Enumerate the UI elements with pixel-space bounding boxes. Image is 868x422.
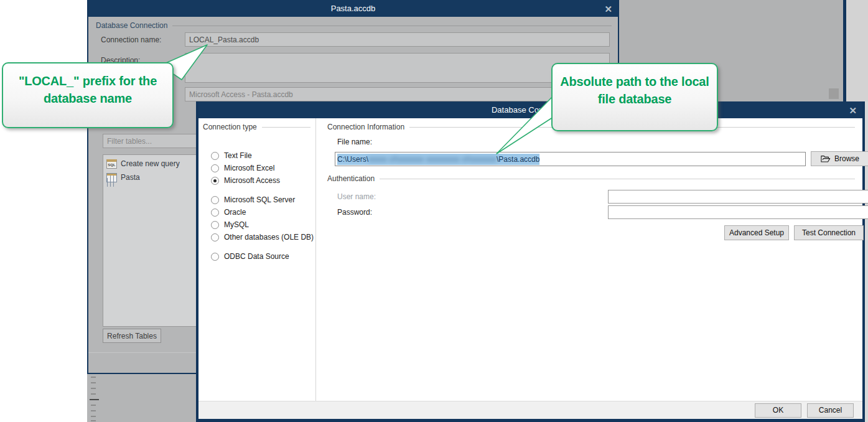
- connection-type-group-header: Connection type: [203, 123, 310, 131]
- password-label: Password:: [337, 208, 372, 217]
- test-connection-label: Test Connection: [802, 228, 856, 237]
- provider-value: Microsoft Access - Pasta.accdb: [189, 90, 293, 99]
- group-rule: [409, 127, 855, 128]
- connection-type-options: Text File Microsoft Excel Microsoft Acce…: [211, 149, 314, 263]
- file-name-label: File name:: [337, 138, 372, 146]
- connection-information-group-header: Connection Information: [327, 123, 855, 131]
- database-connection-dialog: Database Connection ✕ Connection type Te…: [196, 101, 865, 422]
- provider-input[interactable]: Microsoft Access - Pasta.accdb: [185, 87, 552, 101]
- database-connection-group-label: Database Connection: [96, 21, 167, 30]
- dialog-footer: OK Cancel: [198, 401, 862, 419]
- refresh-tables-button[interactable]: Refresh Tables: [103, 329, 161, 343]
- description-input[interactable]: [185, 53, 610, 83]
- connection-information-panel: Connection Information File name: C:\Use…: [316, 118, 862, 401]
- dialog-content: Connection type Text File Microsoft Exce…: [198, 118, 862, 401]
- group-rule: [262, 127, 310, 128]
- dialog-title: Database Connection: [492, 105, 569, 115]
- group-rule: [380, 179, 855, 179]
- dialog-titlebar[interactable]: Database Connection ✕: [198, 101, 862, 118]
- radio-icon[interactable]: [211, 253, 219, 261]
- connection-name-input[interactable]: LOCAL_Pasta.accdb: [185, 32, 610, 47]
- radio-odbc-data-source[interactable]: ODBC Data Source: [211, 250, 314, 263]
- radio-label: Microsoft Excel: [224, 164, 274, 172]
- filter-tables-placeholder: Filter tables...: [107, 137, 152, 146]
- browse-label: Browse: [834, 154, 859, 163]
- ok-label: OK: [773, 406, 783, 415]
- radio-icon[interactable]: [211, 164, 219, 172]
- description-label: Description:: [101, 56, 140, 65]
- radio-icon[interactable]: [211, 152, 219, 160]
- radio-label: ODBC Data Source: [224, 252, 289, 261]
- advanced-setup-button[interactable]: Advanced Setup: [724, 225, 789, 240]
- sql-query-icon: SQL: [106, 159, 117, 169]
- background-dialog-titlebar[interactable]: Pasta.accdb ✕: [88, 0, 618, 17]
- advanced-setup-label: Advanced Setup: [729, 228, 784, 237]
- radio-other-databases-oledb[interactable]: Other databases (OLE DB): [211, 231, 314, 243]
- connection-name-value: LOCAL_Pasta.accdb: [189, 35, 259, 44]
- vertical-ruler: [90, 375, 100, 421]
- radio-icon[interactable]: [211, 209, 219, 217]
- radio-oracle[interactable]: Oracle: [211, 206, 314, 218]
- connection-name-label: Connection name:: [101, 35, 161, 44]
- authentication-group-label: Authentication: [327, 174, 375, 183]
- radio-label: Microsoft SQL Server: [224, 195, 295, 204]
- user-name-label: User name:: [337, 192, 376, 201]
- close-icon[interactable]: ✕: [849, 105, 857, 115]
- radio-icon[interactable]: [211, 196, 219, 204]
- background-dialog-title: Pasta.accdb: [331, 4, 376, 13]
- file-path-redacted: xxxxx xXxxxxxxx xxxxxxxxx xXxxxxxxx: [368, 155, 497, 164]
- radio-icon[interactable]: [211, 233, 219, 241]
- group-rule: [172, 26, 612, 26]
- user-name-input[interactable]: [608, 190, 868, 204]
- cancel-button[interactable]: Cancel: [807, 403, 854, 418]
- radio-label: Oracle: [224, 208, 246, 217]
- radio-mysql[interactable]: MySQL: [211, 218, 314, 231]
- app-window-edge: [846, 0, 868, 101]
- list-item-label: Create new query: [121, 159, 180, 168]
- radio-label: Text File: [224, 151, 252, 160]
- authentication-group-header: Authentication: [327, 174, 855, 183]
- test-connection-button[interactable]: Test Connection: [794, 225, 864, 240]
- radio-label: Other databases (OLE DB): [224, 233, 314, 241]
- radio-text-file[interactable]: Text File: [211, 149, 314, 162]
- radio-microsoft-access[interactable]: Microsoft Access: [211, 174, 314, 187]
- connection-information-group-label: Connection Information: [327, 123, 404, 131]
- browse-button[interactable]: Browse: [811, 151, 868, 166]
- scrollbar-thumb[interactable]: [829, 88, 839, 99]
- app-background-panel: [619, 0, 843, 101]
- app-window-edge-right: [865, 101, 868, 422]
- cancel-label: Cancel: [819, 406, 842, 415]
- connection-type-group-label: Connection type: [203, 123, 257, 131]
- file-name-input[interactable]: C:\Users\xxxxx xXxxxxxxx xxxxxxxxx xXxxx…: [335, 152, 806, 166]
- table-icon: [106, 173, 117, 182]
- radio-microsoft-excel[interactable]: Microsoft Excel: [211, 162, 314, 174]
- folder-icon: [821, 155, 831, 163]
- file-path-selected-text: C:\Users\xxxxx xXxxxxxxx xxxxxxxxx xXxxx…: [337, 154, 539, 165]
- application-window: Pasta.accdb ✕ Database Connection Connec…: [0, 0, 868, 422]
- close-icon[interactable]: ✕: [604, 4, 612, 13]
- radio-label: Microsoft Access: [224, 176, 280, 185]
- database-connection-group-header: Database Connection: [96, 21, 612, 30]
- radio-icon[interactable]: [211, 221, 219, 229]
- list-item-label: Pasta: [121, 173, 140, 182]
- radio-icon[interactable]: [211, 177, 219, 185]
- radio-label: MySQL: [224, 220, 249, 229]
- radio-microsoft-sql-server[interactable]: Microsoft SQL Server: [211, 194, 314, 206]
- ok-button[interactable]: OK: [755, 403, 801, 418]
- refresh-tables-label: Refresh Tables: [107, 332, 157, 340]
- password-input[interactable]: [608, 205, 868, 219]
